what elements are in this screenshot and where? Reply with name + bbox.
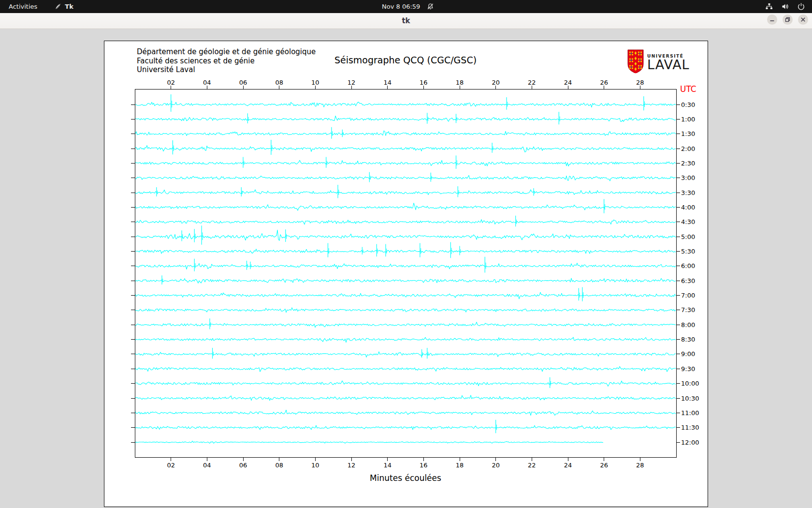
svg-text:11:00: 11:00 [681,409,699,417]
svg-text:10: 10 [311,462,319,469]
svg-text:16: 16 [420,79,428,86]
window-title-bar[interactable]: tk [0,13,812,29]
activities-button[interactable]: Activities [0,0,46,13]
power-icon[interactable] [797,2,805,11]
svg-text:5:00: 5:00 [681,233,695,240]
svg-text:1:30: 1:30 [681,130,695,137]
svg-text:06: 06 [239,462,247,469]
svg-text:24: 24 [564,462,572,469]
svg-text:18: 18 [456,79,464,86]
svg-text:02: 02 [167,462,175,469]
network-wired-icon[interactable] [765,2,773,11]
svg-text:12: 12 [348,462,356,469]
gnome-top-bar: Activities Tk Nov 8 06:59 [0,0,812,13]
seismograph-canvas: Département de géologie et de génie géol… [104,41,708,507]
svg-text:04: 04 [203,462,211,469]
svg-text:8:30: 8:30 [681,336,695,343]
volume-icon[interactable] [781,2,789,11]
svg-text:10:00: 10:00 [681,380,699,387]
tk-window-body: Département de géologie et de génie géol… [0,30,812,508]
svg-text:9:30: 9:30 [681,365,695,373]
svg-text:11:30: 11:30 [681,424,699,431]
svg-text:02: 02 [167,79,175,86]
window-controls [767,15,808,25]
svg-text:10: 10 [311,79,319,86]
svg-text:22: 22 [528,79,536,86]
notifications-muted-icon [427,3,434,10]
svg-text:08: 08 [275,462,283,469]
minimize-button[interactable] [767,15,777,25]
svg-text:4:00: 4:00 [681,204,695,211]
svg-text:10:30: 10:30 [681,395,699,402]
svg-text:24: 24 [564,79,572,86]
svg-text:6:30: 6:30 [681,277,695,284]
svg-text:28: 28 [636,462,644,469]
svg-text:04: 04 [203,79,211,86]
tk-feather-icon [55,3,62,10]
svg-text:16: 16 [420,462,428,469]
svg-text:UTC: UTC [680,84,696,94]
system-tray [765,0,805,13]
svg-text:20: 20 [492,79,500,86]
svg-text:5:30: 5:30 [681,248,695,255]
seismograph-plot: 0202040406060808101012121414161618182020… [104,41,708,507]
svg-text:18: 18 [456,462,464,469]
svg-text:12: 12 [348,79,356,86]
x-axis-label: Minutes écoulées [135,473,676,483]
svg-text:14: 14 [383,462,392,469]
svg-text:08: 08 [275,79,283,86]
svg-text:3:30: 3:30 [681,189,695,196]
svg-text:2:30: 2:30 [681,160,695,167]
svg-text:7:00: 7:00 [681,292,695,299]
svg-text:1:00: 1:00 [681,116,695,123]
svg-text:4:30: 4:30 [681,218,695,225]
top-bar-left: Activities Tk [0,0,73,13]
restore-button[interactable] [783,15,793,25]
window-title: tk [0,16,812,25]
svg-text:9:00: 9:00 [681,350,695,358]
close-button[interactable] [798,15,808,25]
svg-text:20: 20 [492,462,500,469]
svg-text:26: 26 [600,462,608,469]
svg-text:3:00: 3:00 [681,174,695,181]
svg-text:8:00: 8:00 [681,321,695,329]
app-menu[interactable]: Tk [55,3,73,10]
svg-text:2:00: 2:00 [681,145,695,152]
svg-text:7:30: 7:30 [681,306,695,314]
app-menu-label: Tk [65,3,73,10]
clock-label[interactable]: Nov 8 06:59 [382,3,420,10]
svg-text:22: 22 [528,462,536,469]
svg-text:26: 26 [600,79,608,86]
svg-text:0:30: 0:30 [681,101,695,108]
svg-text:28: 28 [636,79,644,86]
svg-text:14: 14 [383,79,392,86]
top-bar-center: Nov 8 06:59 [382,0,434,13]
svg-text:06: 06 [239,79,247,86]
svg-text:6:00: 6:00 [681,262,695,269]
svg-text:12:00: 12:00 [681,439,699,446]
